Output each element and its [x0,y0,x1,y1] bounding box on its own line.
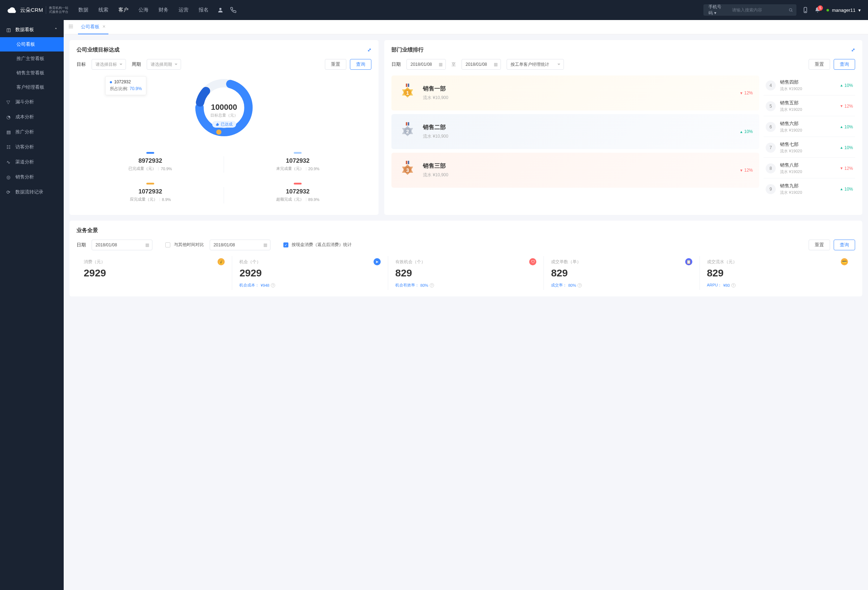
rank-item[interactable]: 4销售四部流水 ¥19020▲10% [763,75,855,96]
help-icon[interactable]: ? [577,283,582,287]
svg-rect-13 [408,122,409,125]
help-icon[interactable]: ? [430,283,434,287]
reset-button[interactable]: 重置 [809,59,830,70]
menu-toggle-icon[interactable] [68,24,74,30]
close-icon[interactable]: ✕ [102,24,106,29]
arrow-icon: ▲ [840,187,843,191]
search-input[interactable] [729,7,788,13]
nav-item[interactable]: 运营 [179,5,189,15]
tabs-bar: 公司看板 ✕ [64,20,868,34]
sidebar-item[interactable]: ⟳数据流转记录 [0,184,64,200]
rank-item[interactable]: 8销售八部流水 ¥19020▼12% [763,158,855,178]
period-select[interactable]: 请选择周期 [147,59,181,70]
logo-sub: 教育机构一站 式服务云平台 [46,6,68,14]
reset-button[interactable]: 重置 [325,59,346,70]
arrow-icon: ▼ [740,168,743,172]
date-input[interactable]: 2018/01/08▦ [92,240,152,250]
nav-item[interactable]: 财务 [158,5,168,15]
card-target: 公司业绩目标达成 ⤢ 目标 请选择目标 周期 请选择周期 重置 查询 [69,40,379,215]
sidebar-subitem[interactable]: 销售主管看板 [0,66,64,80]
expand-icon[interactable]: ⤢ [368,47,371,53]
rank-number: 5 [766,101,776,111]
sidebar-item[interactable]: ▽漏斗分析 [0,94,64,109]
mobile-icon[interactable] [802,7,809,13]
nav-item[interactable]: 客户 [118,5,128,15]
kpi-icon: 📋 [685,258,692,265]
kpi-card: 成交单数（单）📋829成交率：80%? [543,256,699,290]
compare-checkbox[interactable] [165,243,170,247]
arrow-icon: ▲ [840,125,843,129]
cloud-icon [7,5,17,15]
calendar-icon: ▦ [438,62,443,67]
sidebar-item[interactable]: ◫数据看板˄ [0,22,64,37]
goal-select[interactable]: 请选择目标 [92,59,126,70]
medal-icon: 3 [398,160,417,180]
bell-icon[interactable]: 5 [814,7,821,13]
sidebar-subitem[interactable]: 客户经理看板 [0,80,64,94]
filter-label: 周期 [132,61,141,68]
sidebar-item[interactable]: ◔成本分析 [0,109,64,124]
svg-point-0 [219,8,221,10]
cash-checkbox[interactable]: ✓ [283,243,288,247]
trend-value: ▼12% [740,168,753,173]
stat-cell: 8972932已完成量（元）70.9% [77,147,224,178]
user-menu[interactable]: manager11 ▾ [827,7,861,13]
user-icon[interactable] [217,7,224,13]
rank-card[interactable]: 1销售一部流水 ¥10,900▼12% [391,75,759,110]
status-dot-icon [827,9,829,12]
nav-item[interactable]: 公海 [139,5,149,15]
rank-number: 8 [766,163,776,174]
kpi-card: 消费（元）💰2929 [77,256,232,290]
arrow-icon: ▲ [840,146,843,150]
sidebar-item[interactable]: ▤推广分析 [0,124,64,140]
arrow-icon: ▼ [840,104,843,108]
query-button[interactable]: 查询 [834,59,855,70]
chart-tooltip: 1072932 所占比例:70.9% [105,76,146,95]
sidebar-subitem[interactable]: 公司看板 [0,37,64,51]
query-button[interactable]: 查询 [834,240,855,250]
svg-point-7 [217,129,221,134]
rank-item[interactable]: 9销售九部流水 ¥19020▲10% [763,179,855,199]
rank-card[interactable]: 2销售二部流水 ¥10,900▲10% [391,114,759,149]
nav-item[interactable]: 线索 [98,5,108,15]
help-icon[interactable]: ? [731,283,736,287]
search-icon[interactable] [788,7,793,13]
calendar-icon: ▦ [145,243,149,247]
trend-value: ▼12% [840,104,853,109]
sidebar-item[interactable]: ◎销售分析 [0,169,64,184]
date-from-input[interactable]: 2018/01/08▦ [406,59,446,70]
mode-select[interactable]: 按工单客户经理统计 [506,59,564,70]
sidebar-item[interactable]: ☷访客分析 [0,140,64,154]
sidebar-subitem[interactable]: 推广主管看板 [0,51,64,66]
date-to-input[interactable]: 2018/01/08▦ [462,59,501,70]
calendar-icon: ▦ [263,243,267,247]
query-button[interactable]: 查询 [350,59,371,70]
svg-rect-16 [406,161,407,164]
expand-icon[interactable]: ⤢ [851,47,855,53]
compare-checkbox-wrap: 与其他时间对比 [165,242,204,248]
help-icon[interactable]: ? [271,283,275,287]
rank-item[interactable]: 6销售六部流水 ¥19020▲10% [763,117,855,137]
sidebar-item[interactable]: ∿渠道分析 [0,154,64,169]
tab-company-board[interactable]: 公司看板 ✕ [78,20,108,34]
calendar-icon: ▦ [494,62,498,67]
kpi-icon: 💳 [841,258,848,265]
rank-number: 9 [766,184,776,194]
search-type-select[interactable]: 手机号码 ▾ [707,4,729,16]
nav-item[interactable]: 数据 [78,5,89,15]
card-overview: 业务全景 日期 2018/01/08▦ 与其他时间对比 2018/01/08▦ … [69,221,862,296]
rank-item[interactable]: 7销售七部流水 ¥19020▲10% [763,138,855,158]
trend-value: ▲10% [840,187,853,192]
date-input-2[interactable]: 2018/01/08▦ [210,240,270,250]
medal-icon: 2 [398,122,417,141]
rank-card[interactable]: 3销售三部流水 ¥10,900▼12% [391,153,759,188]
rank-item[interactable]: 5销售五部流水 ¥19020▼12% [763,96,855,116]
card-title: 部门业绩排行 [391,47,424,53]
phone-icon[interactable] [230,7,236,13]
reset-button[interactable]: 重置 [809,240,830,250]
kpi-card: 机会（个）➤2929机会成本：¥948? [232,256,387,290]
chevron-down-icon: ▾ [858,7,861,13]
medal-icon: 1 [398,83,417,103]
stat-cell: 1072932未完成量（元）20.9% [224,147,371,178]
nav-item[interactable]: 报名 [199,5,208,15]
